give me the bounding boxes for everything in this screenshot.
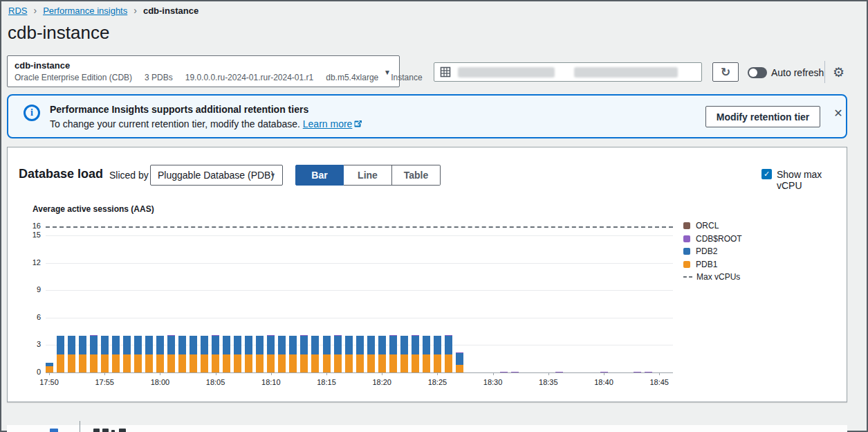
bar-segment-cdb-root[interactable] — [167, 335, 175, 336]
bar-segment-cdb-root[interactable] — [412, 335, 419, 336]
bar-segment-pdb2[interactable] — [68, 336, 75, 354]
breadcrumb-link-rds[interactable]: RDS — [8, 6, 27, 16]
bar-segment-pdb2[interactable] — [389, 336, 397, 354]
learn-more-link[interactable]: Learn more — [303, 118, 363, 129]
bar-segment-pdb1[interactable] — [68, 354, 75, 372]
bar-segment-pdb1[interactable] — [190, 354, 197, 372]
bar-segment-pdb1[interactable] — [311, 354, 319, 372]
bar-segment-pdb2[interactable] — [311, 336, 319, 354]
instance-selector[interactable]: cdb-instance Oracle Enterprise Edition (… — [7, 55, 400, 87]
bar-segment-pdb2[interactable] — [79, 336, 86, 354]
bar-segment-pdb2[interactable] — [134, 336, 142, 354]
bar-segment-pdb2[interactable] — [167, 336, 175, 354]
modify-retention-tier-button[interactable]: Modify retention tier — [705, 106, 820, 127]
bar-segment-pdb1[interactable] — [201, 354, 208, 372]
auto-refresh-toggle[interactable] — [748, 67, 767, 78]
settings-gear-icon[interactable]: ⚙ — [833, 64, 844, 80]
show-max-vcpu-checkbox[interactable]: ✓ — [761, 169, 772, 179]
bar-segment-pdb1[interactable] — [256, 354, 264, 372]
close-icon[interactable]: ✕ — [830, 105, 847, 122]
refresh-button[interactable]: ↻ — [712, 62, 739, 82]
bar-segment-pdb1[interactable] — [178, 354, 186, 372]
bar-segment-pdb2[interactable] — [245, 336, 252, 354]
bar-segment-pdb2[interactable] — [456, 353, 463, 365]
bar-segment-pdb1[interactable] — [101, 354, 109, 372]
bar-segment-pdb1[interactable] — [245, 354, 252, 372]
bar-segment-cdb-root[interactable] — [445, 335, 452, 336]
view-tab-line[interactable]: Line — [344, 165, 392, 186]
bar-segment-pdb2[interactable] — [112, 336, 120, 354]
bar-segment-cdb-root[interactable] — [389, 335, 397, 336]
view-tab-table[interactable]: Table — [392, 165, 441, 186]
bar-segment-pdb2[interactable] — [278, 336, 286, 354]
bar-segment-pdb1[interactable] — [323, 354, 331, 372]
bar-segment-pdb2[interactable] — [145, 336, 153, 354]
bar-segment-cdb-root[interactable] — [212, 335, 219, 336]
bar-segment-pdb1[interactable] — [400, 354, 408, 372]
bar-segment-pdb2[interactable] — [434, 336, 441, 354]
view-tab-bar[interactable]: Bar — [295, 165, 344, 186]
time-range-field[interactable] — [434, 62, 702, 82]
bar-segment-pdb2[interactable] — [178, 336, 186, 354]
bar-segment-pdb1[interactable] — [79, 354, 86, 372]
legend-item-pdb1[interactable]: PDB1 — [683, 258, 742, 271]
bar-segment-cdb-root[interactable] — [334, 335, 342, 336]
bar-segment-pdb2[interactable] — [101, 336, 109, 354]
bar-segment-pdb2[interactable] — [156, 336, 164, 354]
bar-segment-pdb2[interactable] — [234, 336, 241, 354]
bar-segment-pdb1[interactable] — [389, 354, 397, 372]
bar-segment-pdb1[interactable] — [378, 354, 386, 372]
bar-segment-pdb2[interactable] — [367, 336, 375, 354]
legend-item-cdb-root[interactable]: CDB$ROOT — [683, 233, 742, 246]
bar-segment-pdb2[interactable] — [90, 336, 98, 354]
bar-segment-pdb1[interactable] — [456, 365, 463, 372]
bar-segment-pdb2[interactable] — [57, 336, 64, 354]
bar-segment-pdb1[interactable] — [445, 354, 452, 372]
bar-segment-pdb1[interactable] — [278, 354, 286, 372]
bar-segment-pdb1[interactable] — [423, 354, 430, 372]
bar-segment-pdb1[interactable] — [57, 354, 64, 372]
bar-segment-pdb1[interactable] — [112, 354, 120, 372]
bar-segment-cdb-root[interactable] — [300, 335, 308, 336]
bar-segment-pdb2[interactable] — [123, 336, 131, 354]
bar-segment-pdb2[interactable] — [334, 336, 342, 354]
bar-segment-pdb2[interactable] — [356, 336, 364, 354]
bar-segment-pdb2[interactable] — [201, 336, 208, 354]
bar-segment-pdb2[interactable] — [289, 336, 297, 354]
bar-segment-pdb2[interactable] — [267, 336, 275, 354]
bar-segment-cdb-root[interactable] — [456, 352, 463, 353]
bar-segment-pdb1[interactable] — [134, 354, 142, 372]
breadcrumb-link-performance-insights[interactable]: Performance insights — [43, 6, 127, 16]
bar-segment-cdb-root[interactable] — [90, 335, 98, 336]
bar-segment-pdb1[interactable] — [334, 354, 342, 372]
bar-segment-pdb1[interactable] — [123, 354, 131, 372]
bar-segment-pdb2[interactable] — [223, 336, 230, 354]
bar-segment-pdb1[interactable] — [212, 354, 219, 372]
bar-segment-pdb1[interactable] — [167, 354, 175, 372]
bar-segment-pdb2[interactable] — [212, 336, 219, 354]
bar-segment-pdb2[interactable] — [445, 336, 452, 354]
legend-item-pdb2[interactable]: PDB2 — [683, 245, 742, 258]
bar-segment-pdb2[interactable] — [300, 336, 308, 354]
bar-segment-cdb-root[interactable] — [645, 372, 652, 372]
bar-segment-pdb2[interactable] — [190, 336, 197, 354]
bar-segment-pdb2[interactable] — [378, 336, 386, 354]
bar-segment-pdb1[interactable] — [289, 354, 297, 372]
bar-segment-pdb1[interactable] — [267, 354, 275, 372]
bar-segment-pdb1[interactable] — [367, 354, 375, 372]
bar-segment-pdb1[interactable] — [46, 366, 53, 372]
bar-segment-cdb-root[interactable] — [555, 372, 563, 372]
bar-segment-pdb2[interactable] — [46, 363, 53, 366]
bar-segment-cdb-root[interactable] — [500, 372, 508, 372]
bar-segment-pdb1[interactable] — [234, 354, 241, 372]
bar-segment-pdb2[interactable] — [256, 336, 264, 354]
bar-segment-pdb1[interactable] — [434, 354, 441, 372]
bar-segment-pdb1[interactable] — [345, 354, 353, 372]
bar-segment-pdb2[interactable] — [400, 336, 408, 354]
bar-segment-pdb2[interactable] — [412, 336, 419, 354]
bar-segment-cdb-root[interactable] — [511, 372, 519, 372]
legend-item-max-vcpus[interactable]: Max vCPUs — [683, 271, 742, 284]
bar-segment-pdb1[interactable] — [412, 354, 419, 372]
sliced-by-select[interactable]: Pluggable Database (PDB) ▼ — [150, 165, 283, 186]
bar-segment-pdb1[interactable] — [356, 354, 364, 372]
